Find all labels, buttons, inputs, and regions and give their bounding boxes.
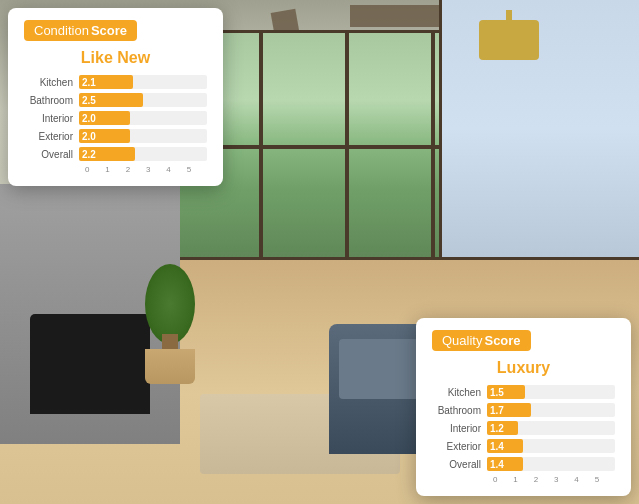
bar-label: Kitchen	[432, 387, 487, 398]
bar-container: 1.5	[487, 385, 615, 399]
axis-tick: 4	[166, 165, 186, 174]
chandelier	[459, 10, 559, 90]
axis-tick: 0	[493, 475, 513, 484]
condition-score-card: Condition Score Like New Kitchen2.1Bathr…	[8, 8, 223, 186]
bar-value: 2.1	[82, 77, 96, 88]
bar-container: 2.0	[79, 111, 207, 125]
condition-bar-chart: Kitchen2.1Bathroom2.5Interior2.0Exterior…	[24, 75, 207, 161]
bar-value: 2.5	[82, 95, 96, 106]
bar-row: Overall1.4	[432, 457, 615, 471]
plant	[140, 264, 200, 384]
axis-tick: 0	[85, 165, 105, 174]
bar-container: 1.4	[487, 457, 615, 471]
bar-fill: 1.7	[487, 403, 531, 417]
bar-label: Bathroom	[24, 95, 79, 106]
bar-fill: 1.4	[487, 439, 523, 453]
quality-bar-chart: Kitchen1.5Bathroom1.7Interior1.2Exterior…	[432, 385, 615, 471]
quality-score-header: Quality Score	[432, 330, 531, 351]
bar-label: Exterior	[24, 131, 79, 142]
quality-axis: 012345	[432, 475, 615, 484]
bar-container: 1.2	[487, 421, 615, 435]
bar-row: Kitchen1.5	[432, 385, 615, 399]
bar-label: Exterior	[432, 441, 487, 452]
quality-label-normal: Quality	[442, 333, 482, 348]
axis-tick: 4	[574, 475, 594, 484]
bar-value: 2.0	[82, 113, 96, 124]
bar-value: 1.2	[490, 423, 504, 434]
bar-container: 1.4	[487, 439, 615, 453]
bar-fill: 2.1	[79, 75, 133, 89]
condition-score-header: Condition Score	[24, 20, 137, 41]
axis-tick: 3	[554, 475, 574, 484]
bar-value: 2.0	[82, 131, 96, 142]
bar-row: Interior2.0	[24, 111, 207, 125]
condition-label-bold: Score	[91, 23, 127, 38]
bar-value: 1.4	[490, 459, 504, 470]
bar-value: 2.2	[82, 149, 96, 160]
bar-row: Exterior1.4	[432, 439, 615, 453]
axis-tick: 3	[146, 165, 166, 174]
condition-score-title: Like New	[24, 49, 207, 67]
bar-label: Bathroom	[432, 405, 487, 416]
bar-fill: 1.5	[487, 385, 525, 399]
bar-row: Kitchen2.1	[24, 75, 207, 89]
bar-row: Bathroom1.7	[432, 403, 615, 417]
bar-fill: 1.4	[487, 457, 523, 471]
bar-label: Interior	[24, 113, 79, 124]
quality-score-title: Luxury	[432, 359, 615, 377]
quality-score-card: Quality Score Luxury Kitchen1.5Bathroom1…	[416, 318, 631, 496]
condition-axis: 012345	[24, 165, 207, 174]
bar-fill: 2.2	[79, 147, 135, 161]
bar-container: 2.1	[79, 75, 207, 89]
bar-value: 1.7	[490, 405, 504, 416]
quality-label-bold: Score	[484, 333, 520, 348]
bar-row: Interior1.2	[432, 421, 615, 435]
condition-label-normal: Condition	[34, 23, 89, 38]
axis-tick: 5	[187, 165, 207, 174]
bar-label: Interior	[432, 423, 487, 434]
bar-fill: 2.5	[79, 93, 143, 107]
bar-container: 1.7	[487, 403, 615, 417]
bar-row: Overall2.2	[24, 147, 207, 161]
bar-value: 1.5	[490, 387, 504, 398]
axis-tick: 2	[534, 475, 554, 484]
axis-tick: 2	[126, 165, 146, 174]
bar-row: Bathroom2.5	[24, 93, 207, 107]
bar-fill: 2.0	[79, 111, 130, 125]
bar-label: Overall	[432, 459, 487, 470]
axis-tick: 5	[595, 475, 615, 484]
bar-fill: 2.0	[79, 129, 130, 143]
bar-row: Exterior2.0	[24, 129, 207, 143]
bar-container: 2.0	[79, 129, 207, 143]
axis-tick: 1	[513, 475, 533, 484]
bar-container: 2.2	[79, 147, 207, 161]
bar-label: Overall	[24, 149, 79, 160]
axis-tick: 1	[105, 165, 125, 174]
bar-label: Kitchen	[24, 77, 79, 88]
bar-container: 2.5	[79, 93, 207, 107]
bar-value: 1.4	[490, 441, 504, 452]
bar-fill: 1.2	[487, 421, 518, 435]
